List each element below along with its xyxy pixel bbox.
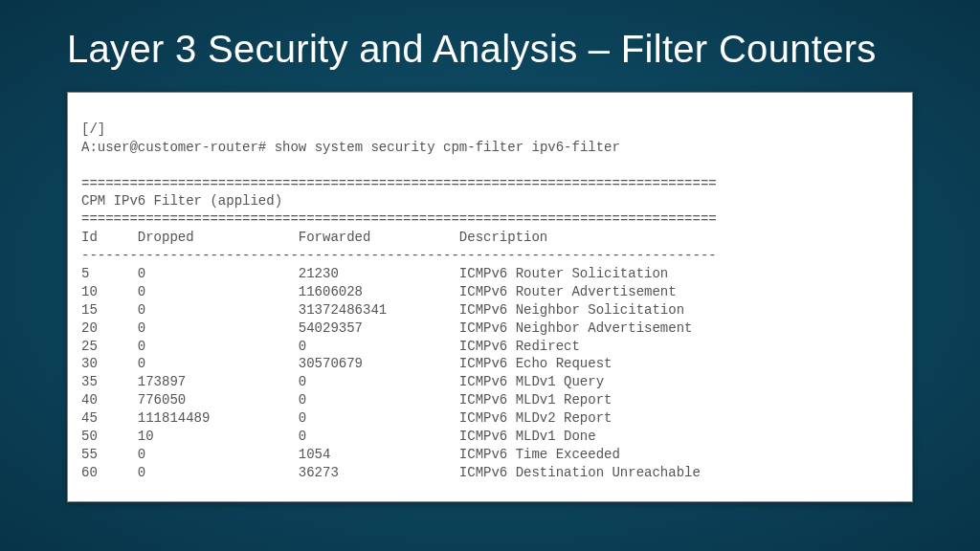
cell-description: ICMPv6 Neighbor Advertisement xyxy=(459,320,693,338)
table-row: 407760500ICMPv6 MLDv1 Report xyxy=(81,392,612,408)
cell-id: 40 xyxy=(81,391,138,409)
cell-forwarded: 0 xyxy=(299,391,459,409)
cell-forwarded: 31372486341 xyxy=(299,301,459,320)
terminal-output: [/] A:user@customer-router# show system … xyxy=(67,92,913,502)
cell-forwarded: 36273 xyxy=(299,464,459,482)
cell-forwarded: 1054 xyxy=(299,446,459,464)
terminal-rule: ========================================… xyxy=(81,211,717,227)
terminal-rule: ----------------------------------------… xyxy=(81,248,717,263)
cell-description: ICMPv6 Echo Request xyxy=(459,355,612,373)
cell-description: ICMPv6 Neighbor Solicitation xyxy=(459,301,684,320)
col-dropped: Dropped xyxy=(138,229,299,247)
cell-description: ICMPv6 MLDv2 Report xyxy=(459,409,612,428)
cell-dropped: 0 xyxy=(138,301,299,320)
cell-forwarded: 0 xyxy=(299,409,459,428)
cell-dropped: 173897 xyxy=(138,373,299,391)
cell-dropped: 0 xyxy=(138,338,299,356)
table-row: 351738970ICMPv6 MLDv1 Query xyxy=(81,374,604,389)
cell-dropped: 0 xyxy=(138,265,299,283)
cell-dropped: 0 xyxy=(138,320,299,338)
table-row: 50100ICMPv6 MLDv1 Done xyxy=(81,429,596,444)
table-row: 15031372486341ICMPv6 Neighbor Solicitati… xyxy=(81,302,684,318)
cell-dropped: 111814489 xyxy=(138,409,299,428)
terminal-columns: IdDroppedForwardedDescription xyxy=(81,230,547,245)
cell-forwarded: 0 xyxy=(299,428,459,446)
cell-description: ICMPv6 Router Solicitation xyxy=(459,265,668,283)
cell-forwarded: 54029357 xyxy=(299,320,459,338)
slide-title: Layer 3 Security and Analysis – Filter C… xyxy=(67,27,913,71)
terminal-prompt: A:user@customer-router# show system secu… xyxy=(81,140,620,155)
cell-dropped: 0 xyxy=(138,464,299,482)
slide: Layer 3 Security and Analysis – Filter C… xyxy=(0,0,980,551)
cell-id: 15 xyxy=(81,301,138,320)
col-id: Id xyxy=(81,229,138,247)
col-description: Description xyxy=(459,229,547,247)
table-row: 20054029357ICMPv6 Neighbor Advertisement xyxy=(81,320,692,336)
cell-dropped: 0 xyxy=(138,355,299,373)
cell-id: 25 xyxy=(81,338,138,356)
table-row: 5501054ICMPv6 Time Exceeded xyxy=(81,447,620,462)
cell-forwarded: 11606028 xyxy=(299,283,459,301)
cell-description: ICMPv6 Redirect xyxy=(459,338,580,356)
cell-dropped: 0 xyxy=(138,446,299,464)
cell-dropped: 776050 xyxy=(138,391,299,409)
table-row: 451118144890ICMPv6 MLDv2 Report xyxy=(81,410,612,426)
cell-id: 45 xyxy=(81,409,138,428)
cell-id: 30 xyxy=(81,355,138,373)
table-row: 2500ICMPv6 Redirect xyxy=(81,339,580,354)
terminal-cwd: [/] xyxy=(81,121,105,137)
cell-description: ICMPv6 Router Advertisement xyxy=(459,283,677,301)
cell-description: ICMPv6 Time Exceeded xyxy=(459,446,620,464)
cell-description: ICMPv6 MLDv1 Done xyxy=(459,428,596,446)
cell-description: ICMPv6 MLDv1 Query xyxy=(459,373,604,391)
cell-id: 60 xyxy=(81,464,138,482)
cell-forwarded: 21230 xyxy=(299,265,459,283)
cell-forwarded: 30570679 xyxy=(299,355,459,373)
terminal-heading: CPM IPv6 Filter (applied) xyxy=(81,193,282,209)
table-row: 30030570679ICMPv6 Echo Request xyxy=(81,356,612,371)
cell-description: ICMPv6 Destination Unreachable xyxy=(459,464,701,482)
cell-dropped: 0 xyxy=(138,283,299,301)
table-row: 60036273ICMPv6 Destination Unreachable xyxy=(81,465,701,480)
cell-forwarded: 0 xyxy=(299,373,459,391)
table-row: 10011606028ICMPv6 Router Advertisement xyxy=(81,284,677,299)
cell-forwarded: 0 xyxy=(299,338,459,356)
table-row: 5021230ICMPv6 Router Solicitation xyxy=(81,266,668,281)
cell-id: 20 xyxy=(81,320,138,338)
cell-id: 10 xyxy=(81,283,138,301)
cell-id: 35 xyxy=(81,373,138,391)
cell-id: 5 xyxy=(81,265,138,283)
cell-description: ICMPv6 MLDv1 Report xyxy=(459,391,612,409)
col-forwarded: Forwarded xyxy=(299,229,459,247)
terminal-rule: ========================================… xyxy=(81,176,717,191)
terminal-rows: 5021230ICMPv6 Router Solicitation 100116… xyxy=(81,265,899,482)
cell-dropped: 10 xyxy=(138,428,299,446)
cell-id: 50 xyxy=(81,428,138,446)
cell-id: 55 xyxy=(81,446,138,464)
